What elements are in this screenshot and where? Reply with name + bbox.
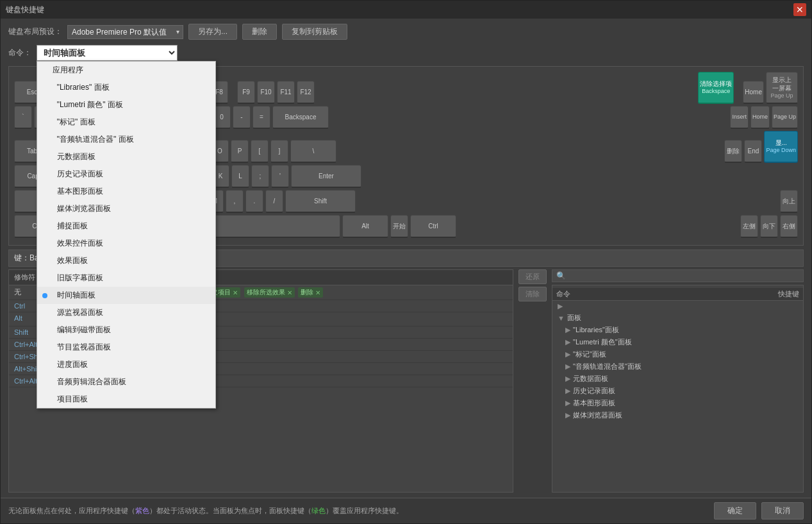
- menu-item-media-browser[interactable]: 媒体浏览器面板: [37, 200, 215, 217]
- command-tree: 命令 快捷键 ▶ ▼ 面板 ▶ "Librar: [552, 285, 804, 493]
- key-end[interactable]: End: [744, 140, 762, 163]
- menu-item-effect-controls[interactable]: 效果控件面板: [37, 235, 215, 252]
- key-home[interactable]: Home: [750, 106, 770, 129]
- expand-icon-5: ▶: [565, 350, 570, 359]
- restore-button[interactable]: 还原: [518, 269, 547, 284]
- key-quote[interactable]: ': [271, 165, 289, 188]
- menu-item-program-monitor[interactable]: 节目监视器面板: [37, 339, 215, 356]
- key-f12[interactable]: F12: [297, 81, 315, 104]
- menu-item-capture[interactable]: 捕捉面板: [37, 217, 215, 235]
- menu-item-lumetri[interactable]: "Lumetri 颜色" 面板: [37, 96, 215, 114]
- layout-dropdown[interactable]: Adobe Premiere Pro 默认值: [67, 25, 183, 39]
- command-dropdown[interactable]: 时间轴面板: [37, 45, 178, 61]
- expand-icon-2: ▼: [558, 314, 565, 322]
- clear-button[interactable]: 清除: [518, 287, 547, 301]
- tree-row-panel[interactable]: ▼ 面板: [552, 312, 803, 324]
- tree-row-audio-mixer[interactable]: ▶ "音频轨道混合器"面板: [552, 360, 803, 373]
- menu-item-legacy-title[interactable]: 旧版字幕面板: [37, 269, 215, 287]
- cmd-tag-remove-effects: 移除所选效果 ✕: [244, 287, 295, 298]
- menu-item-mark[interactable]: "标记" 面板: [37, 114, 215, 131]
- tree-row-metadata[interactable]: ▶ 元数据面板: [552, 373, 803, 385]
- menu-item-source-monitor[interactable]: 源监视器面板: [37, 304, 215, 321]
- footer: 无论面板焦点在何处，应用程序快捷键（紫色）都处于活动状态。当面板为焦点时，面板快…: [1, 498, 811, 523]
- key-shift-right[interactable]: Shift: [285, 190, 356, 213]
- key-alt-right[interactable]: Alt: [342, 215, 388, 238]
- key-l[interactable]: L: [231, 165, 249, 188]
- purple-text: 紫色: [135, 507, 149, 514]
- footer-text: 无论面板焦点在何处，应用程序快捷键（紫色）都处于活动状态。当面板为焦点时，面板快…: [8, 506, 403, 516]
- key-home-fn[interactable]: Home: [743, 81, 764, 104]
- key-arrow-down[interactable]: 向下: [760, 215, 778, 238]
- cancel-button[interactable]: 取消: [761, 502, 804, 520]
- menu-item-timeline[interactable]: 时间轴面板: [37, 287, 215, 304]
- menu-item-effects[interactable]: 效果面板: [37, 252, 215, 269]
- key-arrow-left[interactable]: 左侧: [740, 215, 758, 238]
- menu-item-essential-graphics[interactable]: 基本图形面板: [37, 183, 215, 200]
- key-backspace[interactable]: Backspace: [272, 106, 329, 129]
- key-backtick[interactable]: `: [14, 106, 32, 129]
- media-browser-label: 媒体浏览器面板: [573, 410, 622, 420]
- key-f9[interactable]: F9: [237, 81, 255, 104]
- layout-dropdown-wrapper: Adobe Premiere Pro 默认值 ▾: [67, 25, 183, 39]
- key-page-up[interactable]: 显示上 一屏幕 Page Up: [766, 72, 798, 104]
- col-command: 命令: [556, 289, 570, 299]
- menu-item-progress[interactable]: 进度面板: [37, 356, 215, 373]
- confirm-button[interactable]: 确定: [714, 502, 756, 520]
- key-f10[interactable]: F10: [257, 81, 275, 104]
- key-backspace-highlight[interactable]: 清除选择项 Backspace: [698, 72, 734, 104]
- menu-item-audio-clip-mixer[interactable]: 音频剪辑混合器面板: [37, 373, 215, 391]
- menu-item-metadata[interactable]: 元数据面板: [37, 148, 215, 165]
- key-rbracket[interactable]: ]: [270, 140, 288, 163]
- menu-item-audio-mixer[interactable]: "音频轨道混合器" 面板: [37, 131, 215, 148]
- key-delete[interactable]: 删除: [724, 140, 742, 163]
- tree-row-markers[interactable]: ▶ "标记"面板: [552, 348, 803, 360]
- expand-icon-6: ▶: [565, 362, 570, 371]
- copy-button[interactable]: 复制到剪贴板: [282, 24, 347, 40]
- key-backslash[interactable]: \: [290, 140, 336, 163]
- key-minus[interactable]: -: [233, 106, 251, 129]
- key-comma[interactable]: ,: [226, 190, 244, 213]
- menu-item-history[interactable]: 历史记录面板: [37, 165, 215, 183]
- libraries-label: "Libraries"面板: [573, 325, 619, 335]
- key-ctrl-right[interactable]: Ctrl: [410, 215, 456, 238]
- menu-item-app[interactable]: 应用程序: [37, 62, 215, 79]
- tree-row-expand[interactable]: ▶: [552, 301, 803, 312]
- expand-icon-4: ▶: [565, 338, 570, 346]
- search-icon: 🔍: [556, 271, 566, 280]
- key-period[interactable]: .: [245, 190, 263, 213]
- key-page-down[interactable]: 显... Page Down: [764, 131, 798, 163]
- menu-item-libraries[interactable]: "Libraries" 面板: [37, 79, 215, 96]
- markers-label: "标记"面板: [573, 350, 606, 359]
- menu-item-tape[interactable]: 编辑到磁带面板: [37, 321, 215, 339]
- key-lbracket[interactable]: [: [251, 140, 269, 163]
- command-list-panel: 🔍 命令 快捷键 ▶ ▼ 面: [552, 269, 804, 493]
- save-as-button[interactable]: 另存为...: [188, 24, 237, 40]
- tree-row-lumetri[interactable]: ▶ "Lumetri 颜色"面板: [552, 336, 803, 348]
- key-equals[interactable]: =: [253, 106, 270, 129]
- expand-icon-9: ▶: [565, 399, 570, 407]
- key-enter[interactable]: Enter: [291, 165, 361, 188]
- tree-row-media-browser[interactable]: ▶ 媒体浏览器面板: [552, 409, 803, 421]
- tree-row-history[interactable]: ▶ 历史记录面板: [552, 385, 803, 397]
- key-insert[interactable]: Insert: [730, 106, 749, 129]
- key-arrow-up[interactable]: 向上: [780, 190, 798, 213]
- key-start[interactable]: 开始: [390, 215, 408, 238]
- search-bar: 🔍: [552, 269, 804, 282]
- close-button[interactable]: ✕: [793, 3, 806, 16]
- key-pageup[interactable]: Page Up: [772, 106, 798, 129]
- key-arrow-right[interactable]: 右侧: [780, 215, 798, 238]
- key-f11[interactable]: F11: [277, 81, 295, 104]
- command-row: 命令： 时间轴面板 应用程序 "Libraries" 面板 "Lumetri 颜…: [8, 45, 804, 61]
- delete-button[interactable]: 删除: [242, 24, 277, 40]
- footer-buttons: 确定 取消: [714, 502, 804, 520]
- tree-row-libraries[interactable]: ▶ "Libraries"面板: [552, 324, 803, 336]
- key-slash[interactable]: /: [265, 190, 283, 213]
- menu-item-project[interactable]: 项目面板: [37, 391, 215, 408]
- command-dropdown-wrapper: 时间轴面板 应用程序 "Libraries" 面板 "Lumetri 颜色" 面…: [37, 45, 178, 61]
- key-p[interactable]: P: [231, 140, 249, 163]
- key-semicolon[interactable]: ;: [251, 165, 269, 188]
- essential-graphics-label: 基本图形面板: [573, 398, 615, 408]
- tree-row-essential-graphics[interactable]: ▶ 基本图形面板: [552, 397, 803, 409]
- expand-icon-8: ▶: [565, 387, 570, 395]
- search-input[interactable]: [570, 271, 799, 280]
